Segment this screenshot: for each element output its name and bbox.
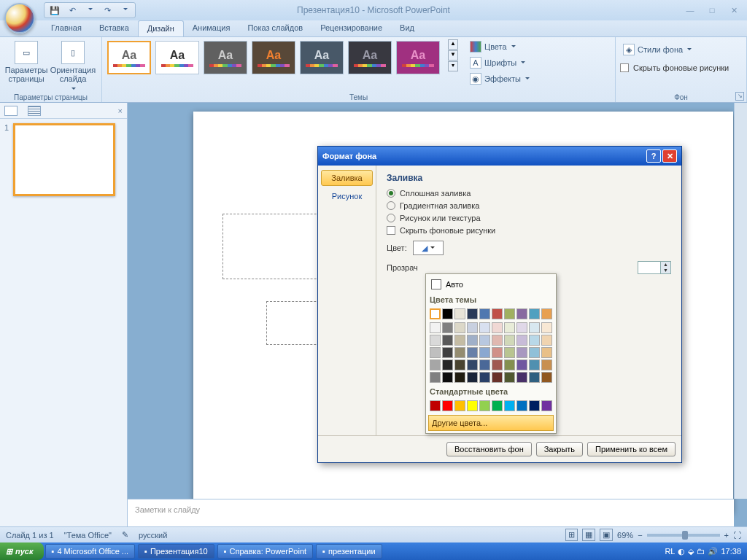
color-swatch[interactable] [430, 372, 441, 383]
minimize-button[interactable]: — [681, 4, 699, 17]
color-swatch[interactable] [504, 335, 515, 346]
color-swatch[interactable] [442, 335, 453, 346]
apply-all-button[interactable]: Применить ко всем [587, 442, 676, 456]
color-swatch[interactable] [467, 347, 478, 358]
slide-orientation-button[interactable]: ▯ Ориентация слайда [51, 39, 95, 95]
background-styles-button[interactable]: ◈Стили фона [620, 42, 694, 57]
page-setup-button[interactable]: ▭ Параметры страницы [4, 39, 48, 85]
color-swatch[interactable] [529, 322, 540, 333]
theme-thumb-5[interactable]: Aa [348, 41, 392, 74]
color-swatch[interactable] [516, 372, 527, 383]
color-swatch[interactable] [541, 335, 552, 346]
fit-window-icon[interactable]: ⛶ [733, 531, 741, 540]
color-swatch[interactable] [479, 308, 490, 319]
undo-icon[interactable]: ↶ [66, 4, 78, 16]
view-normal-icon[interactable]: ⊞ [565, 529, 578, 541]
color-swatch[interactable] [492, 400, 503, 411]
color-swatch[interactable] [442, 347, 453, 358]
slides-tab-icon[interactable] [4, 106, 18, 116]
save-icon[interactable]: 💾 [49, 4, 61, 16]
ribbon-tab-3[interactable]: Анимация [184, 20, 239, 36]
color-swatch[interactable] [541, 322, 552, 333]
color-swatch[interactable] [430, 347, 441, 358]
color-swatch[interactable] [541, 372, 552, 383]
theme-effects-button[interactable]: ◉Эффекты [467, 71, 533, 86]
maximize-button[interactable]: □ [703, 4, 721, 17]
theme-fonts-button[interactable]: AШрифты [467, 55, 533, 70]
theme-thumb-3[interactable]: Aa [252, 41, 295, 74]
color-swatch[interactable] [516, 308, 527, 319]
status-language[interactable]: русский [139, 531, 167, 540]
tray-icon[interactable]: 🗀 [697, 547, 705, 556]
color-swatch[interactable] [492, 308, 503, 319]
ribbon-tab-1[interactable]: Вставка [90, 20, 138, 36]
zoom-in-button[interactable]: + [724, 531, 729, 540]
color-swatch[interactable] [454, 322, 465, 333]
dialog-help-button[interactable]: ? [646, 149, 661, 163]
color-swatch[interactable] [467, 322, 478, 333]
color-swatch[interactable] [516, 322, 527, 333]
color-swatch[interactable] [430, 359, 441, 370]
color-swatch[interactable] [516, 335, 527, 346]
undo-dropdown[interactable] [84, 4, 96, 16]
theme-thumb-4[interactable]: Aa [300, 41, 344, 74]
color-swatch[interactable] [467, 372, 478, 383]
checkbox-hide-bg[interactable]: Скрыть фоновые рисунки [387, 226, 671, 235]
color-swatch[interactable] [479, 372, 490, 383]
themes-up[interactable]: ▲ [448, 39, 458, 50]
color-swatch[interactable] [442, 400, 453, 411]
spin-down[interactable]: ▼ [660, 268, 670, 273]
color-swatch[interactable] [479, 347, 490, 358]
office-button[interactable] [4, 3, 35, 34]
radio-picture-fill[interactable]: Рисунок или текстура [387, 214, 671, 222]
taskbar-item-0[interactable]: ▪4 Microsoft Office ... [45, 544, 136, 559]
taskbar-item-1[interactable]: ▪Презентация10 [138, 544, 214, 559]
color-swatch[interactable] [454, 359, 465, 370]
color-swatch[interactable] [541, 347, 552, 358]
close-dialog-button[interactable]: Закрыть [536, 442, 583, 456]
more-colors-button[interactable]: Другие цвета... [428, 415, 554, 431]
color-swatch[interactable] [516, 347, 527, 358]
reset-background-button[interactable]: Восстановить фон [446, 442, 532, 456]
color-swatch[interactable] [442, 322, 453, 333]
theme-thumb-0[interactable]: Aa [107, 41, 151, 74]
color-swatch[interactable] [541, 400, 552, 411]
color-swatch[interactable] [467, 308, 478, 319]
color-swatch[interactable] [492, 372, 503, 383]
color-swatch[interactable] [454, 372, 465, 383]
vertical-scrollbar[interactable] [734, 103, 747, 499]
tray-lang[interactable]: RL [665, 547, 675, 556]
spin-up[interactable]: ▲ [660, 262, 670, 268]
color-swatch[interactable] [529, 372, 540, 383]
taskbar-item-3[interactable]: ▪презентации [316, 544, 382, 559]
color-swatch[interactable] [430, 308, 441, 319]
panel-close-icon[interactable]: × [118, 106, 123, 115]
color-swatch[interactable] [479, 359, 490, 370]
themes-down[interactable]: ▼ [448, 50, 458, 61]
color-swatch[interactable] [504, 400, 515, 411]
theme-colors-button[interactable]: Цвета [467, 39, 533, 54]
color-swatch[interactable] [479, 322, 490, 333]
zoom-out-button[interactable]: − [638, 531, 642, 540]
bg-group-launcher[interactable]: ↘ [735, 92, 744, 101]
color-swatch[interactable] [516, 359, 527, 370]
dialog-close-button[interactable]: ✕ [662, 149, 677, 163]
start-button[interactable]: ⊞пуск [0, 542, 44, 560]
color-swatch[interactable] [467, 400, 478, 411]
dialog-titlebar[interactable]: Формат фона ? ✕ [318, 147, 681, 166]
system-tray[interactable]: RL ◐ ⬙ 🗀 🔊 17:38 [659, 547, 747, 556]
outline-tab-icon[interactable] [28, 106, 41, 116]
color-swatch[interactable] [430, 400, 441, 411]
color-swatch[interactable] [442, 359, 453, 370]
color-swatch[interactable] [430, 335, 441, 346]
themes-more[interactable]: ▾ [448, 61, 458, 71]
tray-icon[interactable]: ◐ [678, 547, 685, 556]
notes-pane[interactable]: Заметки к слайду [128, 499, 734, 526]
zoom-slider[interactable] [647, 534, 720, 537]
view-sorter-icon[interactable]: ▦ [582, 529, 595, 541]
opacity-spinner[interactable]: ▲▼ [638, 261, 671, 274]
color-swatch[interactable] [479, 400, 490, 411]
color-swatch[interactable] [442, 372, 453, 383]
color-swatch[interactable] [492, 359, 503, 370]
color-swatch[interactable] [442, 308, 453, 319]
